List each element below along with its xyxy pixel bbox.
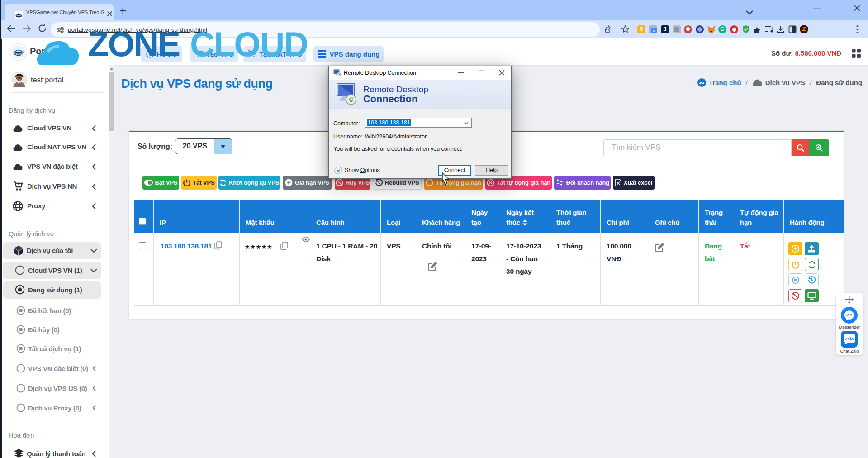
svg-text:VPSGAME: VPSGAME	[14, 53, 24, 55]
svg-text:Zalo: Zalo	[845, 336, 854, 341]
